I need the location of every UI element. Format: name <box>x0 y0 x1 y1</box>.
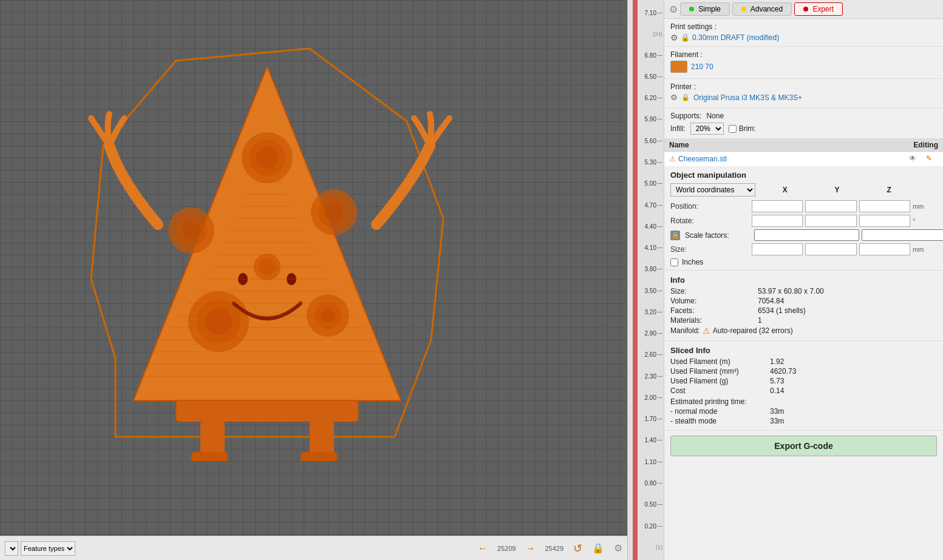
printer-label-row: Printer : <box>670 83 937 91</box>
infill-select[interactable]: 20% 5% 10% 15% 25% 30% <box>690 123 724 135</box>
svg-rect-22 <box>200 422 225 455</box>
size-y-input[interactable]: 60.8 <box>805 243 856 255</box>
lock-view-icon[interactable]: 🔒 <box>592 542 604 554</box>
printer-value: Original Prusa i3 MK3S & MK3S+ <box>693 93 802 102</box>
inches-checkbox[interactable] <box>670 258 678 266</box>
right-panel: ⚙ Simple Advanced Expert Print settings … <box>664 0 943 560</box>
filament-color-swatch[interactable] <box>670 61 687 73</box>
tab-advanced[interactable]: Advanced <box>732 2 792 16</box>
position-x-input[interactable]: 125 <box>752 200 803 212</box>
tick-500: 5.00 <box>633 180 662 187</box>
scale-ticks: 7.10 (24) 6.80 6.50 6.20 5.90 5.60 5.30 … <box>632 0 664 560</box>
coord-right-value: 25429 <box>545 545 563 552</box>
filament-m-key: Used Filament (m) <box>670 357 768 366</box>
info-title: Info <box>670 275 937 285</box>
coordinates-display: ← 25209 → 25429 ↺ 🔒 ⚙ <box>478 542 622 555</box>
svg-point-4 <box>256 147 278 169</box>
edit-icon[interactable]: ✎ <box>926 154 938 164</box>
tick-080: 0.80 <box>633 480 662 487</box>
tick-470: 4.70 <box>633 202 662 209</box>
rotate-z-input[interactable]: 0 <box>859 215 910 227</box>
print-settings-row: Print settings : <box>670 22 937 31</box>
materials-val: 1 <box>758 316 937 325</box>
tab-expert[interactable]: Expert <box>794 2 843 16</box>
position-y-input[interactable]: 105 <box>805 200 856 212</box>
rotate-row: Rotate: 0 0 0 ° <box>670 215 937 227</box>
print-time-section: Estimated printing time: - normal mode 3… <box>670 397 937 425</box>
manipulation-title: Object manipulation <box>670 170 937 180</box>
rotate-x-input[interactable]: 0 <box>752 215 803 227</box>
tick-110: 1.10 <box>633 459 662 465</box>
printer-value-row: ⚙ 🔒 Original Prusa i3 MK3S & MK3S+ <box>670 93 937 102</box>
tick-590: 5.90 <box>633 116 662 123</box>
warning-icon: ⚠ <box>669 155 676 163</box>
cost-key: Cost <box>670 386 768 395</box>
object-list-row[interactable]: ⚠ Cheeseman.stl 👁 ✎ <box>664 152 943 167</box>
brim-label: Brim: <box>729 124 756 133</box>
export-gcode-button[interactable]: Export G-code <box>670 436 937 456</box>
position-unit: mm <box>913 203 937 210</box>
tab-simple[interactable]: Simple <box>680 2 730 16</box>
tick-170: 1.70 <box>633 416 662 422</box>
svg-point-13 <box>205 308 232 335</box>
manifold-val: Auto-repaired (32 errors) <box>713 326 793 335</box>
tick-260: 2.60 <box>633 351 662 358</box>
printer-section: Printer : ⚙ 🔒 Original Prusa i3 MK3S & M… <box>664 79 943 108</box>
tabs-row: ⚙ Simple Advanced Expert <box>664 0 943 19</box>
scale-row: 🔒 Scale factors: 100 100 100 % <box>670 229 937 241</box>
normal-mode-label: - normal mode <box>670 407 768 416</box>
sliced-title: Sliced Info <box>670 346 937 355</box>
manifold-warn-icon: ⚠ <box>703 326 710 336</box>
simple-dot <box>689 7 694 12</box>
tick-020: 0.20 <box>633 523 662 530</box>
filament-section: Filament : 210 70 <box>664 47 943 79</box>
settings-view-icon[interactable]: ⚙ <box>614 542 622 554</box>
tick-650: 6.50 <box>633 73 662 80</box>
print-settings-section: Print settings : ⚙ 🔒 0.30mm DRAFT (modif… <box>664 19 943 47</box>
rotate-y-input[interactable]: 0 <box>805 215 856 227</box>
eye-icon[interactable]: 👁 <box>909 154 921 164</box>
tick-24: (24) <box>633 31 662 37</box>
scale-x-input[interactable]: 100 <box>754 229 859 241</box>
object-name: Cheeseman.stl <box>678 155 909 163</box>
tick-560: 5.60 <box>633 138 662 144</box>
tick-050: 0.50 <box>633 501 662 508</box>
scale-lock-button[interactable]: 🔒 <box>670 231 680 240</box>
materials-key: Materials: <box>670 316 755 325</box>
tick-200: 2.00 <box>633 394 662 401</box>
col-editing-header: Editing <box>902 141 938 149</box>
object-manipulation-section: Object manipulation World coordinates Ob… <box>664 167 943 271</box>
filament-value-row: 210 70 <box>670 61 937 73</box>
coord-system-select[interactable]: World coordinates Object coordinates <box>670 183 755 197</box>
y-header: Y <box>812 186 862 194</box>
feature-types-select[interactable]: Feature types <box>21 541 75 556</box>
tick-290: 2.90 <box>633 330 662 337</box>
svg-point-10 <box>325 203 343 221</box>
svg-rect-23 <box>191 452 228 461</box>
viewport: Feature types ← 25209 → 25429 ↺ 🔒 ⚙ <box>0 0 627 560</box>
size-val: 53.97 x 60.80 x 7.00 <box>758 287 937 295</box>
facets-val: 6534 (1 shells) <box>758 306 937 315</box>
scale-y-input[interactable]: 100 <box>862 229 943 241</box>
lock-icon: 🔒 <box>681 33 690 42</box>
size-x-input[interactable]: 53.97 <box>752 243 803 255</box>
filament-mm3-val: 4620.73 <box>770 367 937 376</box>
x-header: X <box>760 186 810 194</box>
view-mode-select[interactable] <box>5 541 18 556</box>
reset-view-icon[interactable]: ↺ <box>573 542 582 555</box>
object-list-section: Name Editing ⚠ Cheeseman.stl 👁 ✎ <box>664 139 943 167</box>
tick-440: 4.40 <box>633 223 662 230</box>
filament-g-key: Used Filament (g) <box>670 377 768 385</box>
inches-row: Inches <box>670 258 937 266</box>
cheeseman-model <box>55 24 480 461</box>
brim-checkbox[interactable] <box>729 125 737 133</box>
position-z-input[interactable]: 3.5 <box>859 200 910 212</box>
svg-rect-21 <box>176 400 358 422</box>
volume-val: 7054.84 <box>758 297 937 305</box>
model-area <box>30 12 504 473</box>
position-row: Position: 125 105 3.5 mm <box>670 200 937 212</box>
infill-label: Infill: <box>670 124 686 133</box>
print-settings-label: Print settings : <box>670 22 717 31</box>
size-z-input[interactable]: 7 <box>859 243 910 255</box>
volume-key: Volume: <box>670 297 755 305</box>
